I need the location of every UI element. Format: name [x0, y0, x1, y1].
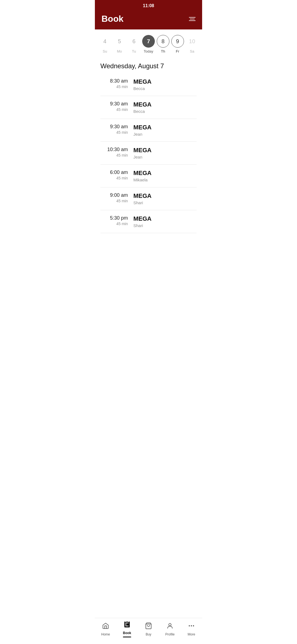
day-label: Tu	[132, 49, 136, 53]
day-number: 7	[142, 35, 155, 48]
day-label: Fr	[176, 49, 179, 53]
class-instructor: Shari	[133, 200, 197, 205]
class-item-3[interactable]: 10:30 am 45 min MEGA Jean	[100, 142, 197, 165]
class-time: 9:30 am 45 min	[100, 101, 128, 112]
class-time-duration: 45 min	[100, 130, 128, 135]
class-item-2[interactable]: 9:30 am 45 min MEGA Jean	[100, 119, 197, 142]
class-name: MEGA	[133, 170, 197, 177]
day-item-10[interactable]: 10 Sa	[185, 35, 199, 53]
class-instructor: Becca	[133, 86, 197, 91]
class-time-main: 9:30 am	[100, 101, 128, 107]
class-info: MEGA Jean	[133, 124, 197, 137]
day-number: 10	[186, 35, 198, 48]
class-info: MEGA Becca	[133, 78, 197, 91]
class-name: MEGA	[133, 78, 197, 85]
class-item-1[interactable]: 9:30 am 45 min MEGA Becca	[100, 96, 197, 119]
class-item-5[interactable]: 9:00 am 45 min MEGA Shari	[100, 187, 197, 210]
day-item-6[interactable]: 6 Tu	[127, 35, 141, 53]
class-info: MEGA Shari	[133, 215, 197, 228]
day-label: Su	[103, 49, 107, 53]
class-time: 9:30 am 45 min	[100, 124, 128, 135]
day-label: Mo	[117, 49, 122, 53]
day-label: Th	[161, 49, 165, 53]
class-instructor: Mikaela	[133, 178, 197, 182]
day-number: 5	[113, 35, 126, 48]
class-time-duration: 45 min	[100, 153, 128, 157]
class-item-4[interactable]: 6:00 am 45 min MEGA Mikaela	[100, 165, 197, 187]
class-time-main: 6:00 am	[100, 170, 128, 175]
class-info: MEGA Jean	[133, 147, 197, 159]
class-info: MEGA Mikaela	[133, 170, 197, 182]
class-time-duration: 45 min	[100, 84, 128, 89]
day-label: Sa	[190, 49, 194, 53]
class-name: MEGA	[133, 192, 197, 200]
class-instructor: Jean	[133, 155, 197, 159]
class-name: MEGA	[133, 101, 197, 108]
day-item-9[interactable]: 9 Fr	[171, 35, 184, 53]
class-item-0[interactable]: 8:30 am 45 min MEGA Becca	[100, 73, 197, 96]
page-title: Book	[101, 14, 123, 24]
class-time: 5:30 pm 45 min	[100, 215, 128, 226]
class-time-duration: 45 min	[100, 107, 128, 112]
day-number: 4	[98, 35, 111, 48]
status-time: 11:08	[143, 3, 154, 8]
class-time: 10:30 am 45 min	[100, 147, 128, 157]
class-time-duration: 45 min	[100, 199, 128, 203]
class-name: MEGA	[133, 147, 197, 154]
class-time: 9:00 am 45 min	[100, 192, 128, 203]
day-item-7[interactable]: 7 Today	[142, 35, 155, 53]
class-time-duration: 45 min	[100, 222, 128, 226]
class-info: MEGA Shari	[133, 192, 197, 205]
filter-icon[interactable]	[189, 17, 196, 21]
date-heading: Wednesday, August 7	[95, 58, 202, 73]
class-time: 8:30 am 45 min	[100, 78, 128, 89]
class-list: 8:30 am 45 min MEGA Becca 9:30 am 45 min…	[95, 73, 202, 233]
day-item-5[interactable]: 5 Mo	[113, 35, 126, 53]
class-time-duration: 45 min	[100, 176, 128, 180]
class-instructor: Shari	[133, 223, 197, 228]
class-time-main: 8:30 am	[100, 78, 128, 84]
class-time-main: 5:30 pm	[100, 215, 128, 221]
class-time-main: 10:30 am	[100, 147, 128, 152]
day-selector: 4 Su 5 Mo 6 Tu 7 Today 8 Th 9 Fr 10 Sa	[95, 29, 202, 58]
class-time: 6:00 am 45 min	[100, 170, 128, 180]
class-instructor: Becca	[133, 109, 197, 114]
day-number: 9	[171, 35, 184, 48]
class-item-6[interactable]: 5:30 pm 45 min MEGA Shari	[100, 210, 197, 233]
app-header: Book	[95, 10, 202, 29]
class-name: MEGA	[133, 124, 197, 131]
class-name: MEGA	[133, 215, 197, 222]
class-info: MEGA Becca	[133, 101, 197, 114]
day-number: 8	[157, 35, 169, 48]
day-label: Today	[144, 49, 153, 53]
class-time-main: 9:00 am	[100, 192, 128, 198]
day-number: 6	[128, 35, 140, 48]
class-time-main: 9:30 am	[100, 124, 128, 130]
day-item-4[interactable]: 4 Su	[98, 35, 111, 53]
class-instructor: Jean	[133, 132, 197, 137]
status-bar: 11:08	[95, 0, 202, 10]
day-item-8[interactable]: 8 Th	[156, 35, 170, 53]
